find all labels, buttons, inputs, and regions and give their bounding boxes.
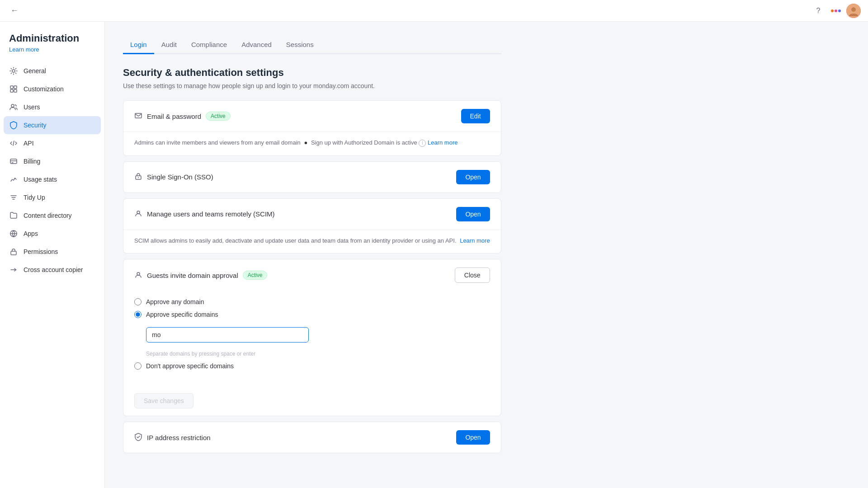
help-button[interactable]: ? <box>811 4 826 18</box>
usage-stats-icon <box>9 175 18 184</box>
svg-rect-7 <box>14 86 17 89</box>
sidebar-item-tidy-up[interactable]: Tidy Up <box>0 188 104 206</box>
sidebar-item-security[interactable]: Security <box>4 116 101 134</box>
guests-title: Guests invite domain approval <box>147 272 238 279</box>
tab-compliance[interactable]: Compliance <box>184 36 234 54</box>
scim-body-text: SCIM allows admins to easily add, deacti… <box>134 230 490 245</box>
svg-point-4 <box>851 7 856 12</box>
tab-audit[interactable]: Audit <box>154 36 184 54</box>
radio-no-domain-label: Don't approve specific domains <box>146 362 234 370</box>
sidebar-item-permissions[interactable]: Permissions <box>0 243 104 261</box>
back-button[interactable]: ← <box>7 4 22 18</box>
sidebar-item-label: Content directory <box>24 212 72 219</box>
tabs: Login Audit Compliance Advanced Sessions <box>123 36 501 54</box>
email-password-header: Email & password Active Edit <box>123 101 501 131</box>
domain-hint: Separate domains by pressing space or en… <box>146 351 490 357</box>
scim-learn-more[interactable]: Learn more <box>460 237 490 244</box>
email-password-learn-more[interactable]: Learn more <box>428 139 458 146</box>
svg-rect-8 <box>10 89 13 92</box>
sidebar-item-label: Usage stats <box>24 176 57 183</box>
sso-icon <box>134 172 142 182</box>
radio-no-domain-input[interactable] <box>134 362 142 370</box>
scim-card: Manage users and teams remotely (SCIM) O… <box>123 198 501 254</box>
scim-title: Manage users and teams remotely (SCIM) <box>147 210 275 218</box>
layout: Administration Learn more General Custom… <box>0 22 519 488</box>
guests-title-row: Guests invite domain approval Active <box>134 271 267 280</box>
email-password-badge: Active <box>206 112 231 121</box>
sidebar-item-label: Apps <box>24 230 38 237</box>
ip-restriction-header: IP address restriction Open <box>123 422 501 453</box>
svg-point-15 <box>137 211 140 214</box>
radio-specific-domain[interactable]: Approve specific domains <box>134 311 490 318</box>
guests-header: Guests invite domain approval Active Clo… <box>123 259 501 291</box>
sidebar-item-customization[interactable]: Customization <box>0 80 104 98</box>
email-password-card: Email & password Active Edit Admins can … <box>123 100 501 156</box>
ip-restriction-open-button[interactable]: Open <box>456 430 490 445</box>
guests-card: Guests invite domain approval Active Clo… <box>123 259 501 416</box>
save-changes-button[interactable]: Save changes <box>134 393 193 408</box>
radio-any-domain[interactable]: Approve any domain <box>134 298 490 305</box>
radio-any-domain-label: Approve any domain <box>146 298 204 305</box>
ip-restriction-title: IP address restriction <box>147 434 211 441</box>
tidy-up-icon <box>9 193 18 202</box>
guests-close-button[interactable]: Close <box>455 267 490 283</box>
email-password-body: Admins can invite members and viewers fr… <box>123 131 501 155</box>
sidebar-item-usage-stats[interactable]: Usage stats <box>0 170 104 188</box>
sso-open-button[interactable]: Open <box>456 170 490 184</box>
sidebar-item-general[interactable]: General <box>0 62 104 80</box>
sidebar-item-cross-account[interactable]: Cross account copier <box>0 261 104 279</box>
sidebar-item-label: Billing <box>24 158 40 165</box>
sidebar-item-apps[interactable]: Apps <box>0 225 104 243</box>
topbar: ← ? <box>0 0 868 22</box>
radio-specific-domain-label: Approve specific domains <box>146 311 218 318</box>
svg-point-5 <box>12 70 15 72</box>
svg-point-2 <box>838 9 841 12</box>
tab-advanced[interactable]: Advanced <box>234 36 279 54</box>
radio-any-domain-input[interactable] <box>134 298 142 305</box>
topbar-left: ← <box>7 4 22 18</box>
email-password-edit-button[interactable]: Edit <box>461 109 490 123</box>
general-icon <box>9 66 18 75</box>
svg-rect-11 <box>10 159 17 164</box>
domain-input-container <box>146 327 309 343</box>
sidebar-item-content-directory[interactable]: Content directory <box>0 206 104 225</box>
svg-rect-9 <box>14 89 17 92</box>
ip-restriction-icon <box>134 433 142 442</box>
guests-icon <box>134 271 142 280</box>
email-password-body-text: Admins can invite members and viewers fr… <box>134 132 490 147</box>
email-password-info-icon[interactable]: i <box>419 140 426 147</box>
sidebar-item-label: Tidy Up <box>24 194 45 201</box>
email-password-icon <box>134 112 142 121</box>
radio-group: Approve any domain Approve specific doma… <box>134 298 490 370</box>
tab-login[interactable]: Login <box>123 36 154 54</box>
scim-header: Manage users and teams remotely (SCIM) O… <box>123 199 501 230</box>
cross-account-icon <box>9 265 18 274</box>
domain-input[interactable] <box>146 327 309 343</box>
user-avatar[interactable] <box>846 4 861 18</box>
ip-restriction-card: IP address restriction Open <box>123 422 501 453</box>
sidebar-item-label: Cross account copier <box>24 266 83 273</box>
svg-rect-6 <box>10 86 13 89</box>
apps-icon <box>9 229 18 238</box>
ip-restriction-title-row: IP address restriction <box>134 433 211 442</box>
scim-body: SCIM allows admins to easily add, deacti… <box>123 230 501 253</box>
svg-rect-12 <box>11 251 16 255</box>
sidebar-learn-more[interactable]: Learn more <box>0 46 104 62</box>
sidebar-item-label: Customization <box>24 85 64 93</box>
email-password-title-row: Email & password Active <box>134 112 231 121</box>
sidebar-item-billing[interactable]: Billing <box>0 152 104 170</box>
guests-badge: Active <box>243 271 268 280</box>
sidebar-item-users[interactable]: Users <box>0 98 104 116</box>
sidebar: Administration Learn more General Custom… <box>0 22 105 488</box>
sso-title: Single Sign-On (SSO) <box>147 173 213 181</box>
radio-specific-domain-input[interactable] <box>134 311 142 318</box>
sidebar-item-api[interactable]: API <box>0 134 104 152</box>
tab-sessions[interactable]: Sessions <box>279 36 321 54</box>
main-content: Login Audit Compliance Advanced Sessions… <box>105 22 519 488</box>
page-title: Security & authentication settings <box>123 67 501 79</box>
scim-open-button[interactable]: Open <box>456 207 490 221</box>
security-icon <box>9 121 18 130</box>
radio-no-domain[interactable]: Don't approve specific domains <box>134 362 490 370</box>
customization-icon <box>9 84 18 94</box>
app-switcher-icon[interactable] <box>831 7 841 14</box>
